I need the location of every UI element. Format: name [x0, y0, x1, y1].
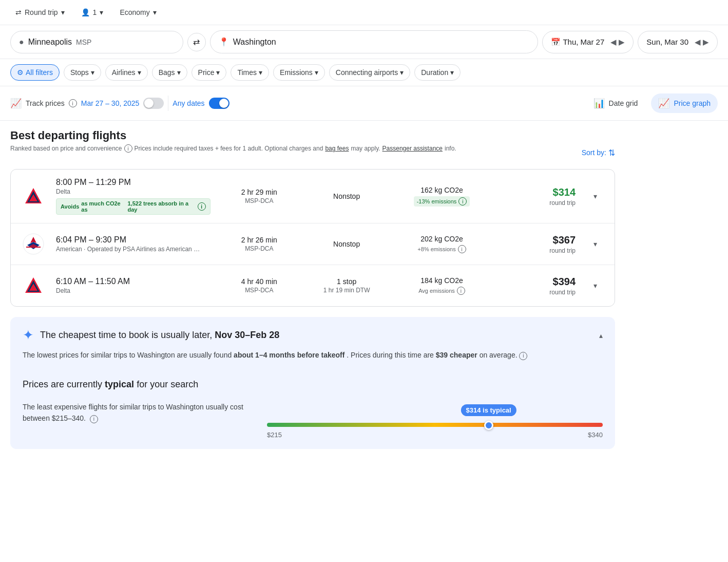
expand-flight-button[interactable]: ▾: [586, 235, 604, 253]
flight-emissions: 184 kg CO2e Avg emissions i: [395, 276, 488, 295]
flight-times: 6:10 AM – 11:50 AM: [56, 277, 210, 286]
info-body-info-icon[interactable]: i: [519, 352, 527, 360]
times-filter-button[interactable]: Times ▾: [231, 64, 269, 81]
emissions-chevron: ▾: [315, 68, 318, 77]
section-subtitle: Ranked based on price and convenience i …: [10, 144, 456, 153]
track-prices-section: 📈 Track prices i Mar 27 – 30, 2025 Any d…: [10, 96, 578, 111]
search-bar: ● Minneapolis MSP ⇄ 📍 Washington 📅 Thu, …: [0, 25, 728, 59]
return-prev-btn[interactable]: ◀: [695, 38, 701, 47]
airline-logo-delta: [21, 273, 46, 298]
cabin-selector[interactable]: Economy ▾: [114, 5, 161, 20]
airlines-filter-button[interactable]: Airlines ▾: [105, 64, 148, 81]
emissions-info-icon[interactable]: i: [457, 287, 465, 295]
airline-logo-american: [21, 232, 46, 256]
sort-by-label: Sort by:: [582, 148, 606, 157]
passengers-selector[interactable]: 👤 1 ▾: [76, 5, 109, 20]
track-prices-label: Track prices: [26, 99, 65, 107]
duration-filter-button[interactable]: Duration ▾: [414, 64, 461, 81]
origin-city: Minneapolis: [28, 38, 72, 47]
eco-badge: Avoids as much CO2e as 1,522 trees absor…: [56, 198, 210, 215]
any-dates-label: Any dates: [173, 99, 204, 107]
cabin-label: Economy: [120, 8, 149, 16]
eco-info-icon[interactable]: i: [198, 202, 206, 211]
flight-stops: 1 stop 1 hr 19 min DTW: [308, 277, 385, 294]
info-text-column: The lowest prices for similar trips to W…: [23, 349, 603, 369]
flight-row[interactable]: 6:04 PM – 9:30 PM American · Operated by…: [11, 223, 615, 265]
price-body-text: The least expensive flights for similar …: [23, 403, 243, 422]
subtitle-info-icon[interactable]: i: [124, 144, 132, 153]
bags-filter-button[interactable]: Bags ▾: [152, 64, 187, 81]
price-max-label: $340: [588, 431, 603, 439]
price-graph-button[interactable]: 📈 Price graph: [651, 93, 718, 113]
track-prices-toggle[interactable]: [143, 98, 164, 109]
filter-icon: ⚙: [17, 68, 24, 77]
expand-flight-button[interactable]: ▾: [586, 187, 604, 205]
emissions-value: 202 kg CO2e: [395, 235, 488, 243]
track-prices-date: Mar 27 – 30, 2025: [81, 99, 140, 107]
sort-by-button[interactable]: Sort by: ⇅: [582, 148, 615, 158]
stops-chevron: ▾: [91, 68, 94, 77]
price-min-label: $215: [267, 431, 282, 439]
passenger-assistance-link[interactable]: Passenger assistance: [382, 145, 443, 152]
swap-airports-button[interactable]: ⇄: [187, 33, 206, 51]
connecting-airports-chevron: ▾: [400, 68, 404, 77]
stops-filter-button[interactable]: Stops ▾: [64, 64, 101, 81]
price-label: Price: [198, 68, 215, 77]
delta-logo-svg: [23, 275, 44, 296]
price-bar-row: The least expensive flights for similar …: [23, 394, 603, 439]
any-dates-toggle[interactable]: [209, 98, 229, 109]
price-body-info-icon[interactable]: i: [90, 415, 98, 423]
price-amount: $394: [499, 276, 576, 288]
duration-time: 2 hr 26 min: [221, 236, 298, 244]
prices-info-text: Prices include required taxes + fees for…: [135, 145, 323, 152]
duration-time: 4 hr 40 min: [221, 277, 298, 286]
destination-city: Washington: [233, 38, 276, 47]
emissions-badge-text: Avg emissions i: [395, 287, 488, 295]
depart-next-btn[interactable]: ▶: [619, 38, 625, 47]
emissions-info-icon[interactable]: i: [458, 197, 467, 205]
price-graph-icon: 📈: [658, 98, 669, 109]
destination-input[interactable]: 📍 Washington: [210, 30, 539, 53]
flight-price: $314 round trip: [499, 186, 576, 207]
flight-row[interactable]: 8:00 PM – 11:29 PM Delta Avoids as much …: [11, 170, 615, 223]
all-filters-button[interactable]: ⚙ All filters: [10, 64, 60, 81]
depart-date-input[interactable]: 📅 Thu, Mar 27 ◀ ▶: [542, 31, 634, 53]
emissions-filter-button[interactable]: Emissions ▾: [273, 64, 325, 81]
filters-bar: ⚙ All filters Stops ▾ Airlines ▾ Bags ▾ …: [0, 59, 728, 86]
sort-icon: ⇅: [608, 148, 615, 158]
bag-fees-link[interactable]: bag fees: [325, 145, 349, 152]
return-next-btn[interactable]: ▶: [703, 38, 709, 47]
subtitle-row: Ranked based on price and convenience i …: [10, 144, 615, 161]
price-label: round trip: [499, 199, 576, 207]
stops-label: Stops: [70, 68, 89, 77]
duration-route: MSP-DCA: [221, 287, 298, 294]
american-logo-svg: [22, 233, 45, 255]
any-dates-toggle-knob: [219, 99, 228, 108]
stops-label: Nonstop: [308, 192, 385, 200]
date-grid-icon: 📊: [593, 98, 605, 109]
info-body2-bold: $39 cheaper: [436, 351, 477, 359]
connecting-airports-filter-button[interactable]: Connecting airports ▾: [329, 64, 410, 81]
trip-type-selector[interactable]: ⇄ Round trip ▾: [10, 5, 70, 20]
depart-prev-btn[interactable]: ◀: [610, 38, 617, 47]
origin-dot-icon: ●: [19, 38, 24, 47]
duration-chevron: ▾: [450, 68, 454, 77]
flight-price: $394 round trip: [499, 276, 576, 296]
tooltip-label: $314 is typical: [466, 406, 511, 414]
expand-flight-button[interactable]: ▾: [586, 276, 604, 295]
price-filter-button[interactable]: Price ▾: [191, 64, 227, 81]
flight-row[interactable]: 6:10 AM – 11:50 AM Delta 4 hr 40 min MSP…: [11, 265, 615, 306]
date-grid-button[interactable]: 📊 Date grid: [586, 93, 645, 113]
price-chevron: ▾: [216, 68, 220, 77]
flight-stops: Nonstop: [308, 240, 385, 248]
track-prices-info-icon[interactable]: i: [69, 99, 77, 107]
emissions-value: 162 kg CO2e: [395, 186, 488, 194]
emissions-info-icon[interactable]: i: [458, 245, 466, 253]
return-date-input[interactable]: Sun, Mar 30 ◀ ▶: [638, 31, 718, 53]
delta-logo-svg: [23, 186, 44, 207]
times-chevron: ▾: [259, 68, 262, 77]
times-label: Times: [237, 68, 257, 77]
track-prices-toggle-knob: [144, 99, 154, 108]
collapse-info-card-button[interactable]: ▴: [599, 331, 603, 340]
origin-input[interactable]: ● Minneapolis MSP: [10, 31, 183, 53]
